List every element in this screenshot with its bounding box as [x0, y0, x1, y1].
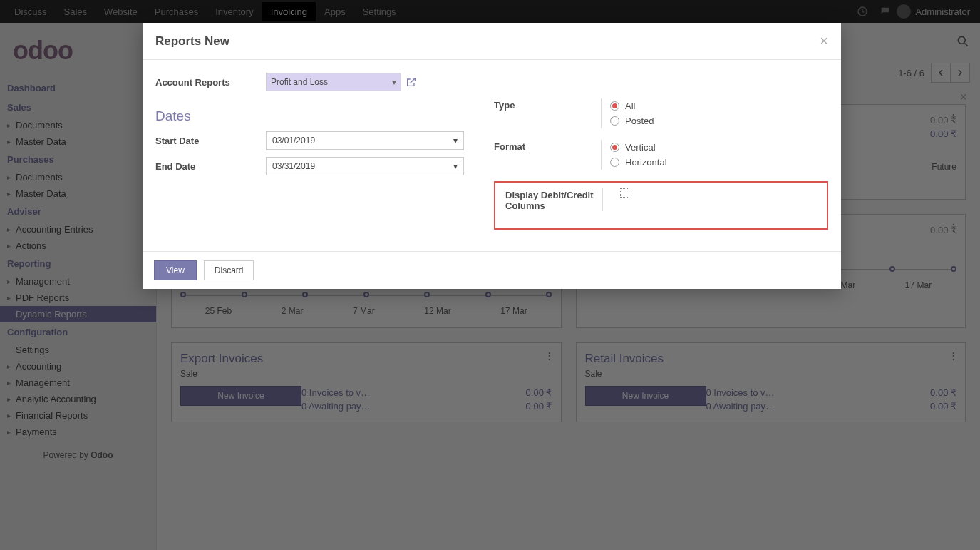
display-dc-label: Display Debit/Credit Columns: [495, 188, 602, 211]
display-dc-checkbox[interactable]: [620, 188, 629, 198]
type-posted-radio[interactable]: [610, 116, 619, 126]
format-horizontal-radio[interactable]: [610, 158, 619, 167]
chevron-down-icon: ▾: [453, 136, 458, 146]
modal-title: Reports New: [155, 34, 229, 49]
chevron-down-icon: ▾: [392, 77, 396, 87]
display-dc-highlight: Display Debit/Credit Columns: [494, 181, 828, 230]
chevron-down-icon: ▾: [453, 161, 458, 171]
format-vertical-radio[interactable]: [610, 143, 619, 152]
start-date-input[interactable]: 03/01/2019▾: [266, 131, 464, 150]
account-reports-label: Account Reports: [155, 77, 266, 88]
end-date-label: End Date: [155, 161, 266, 172]
view-button[interactable]: View: [154, 260, 197, 280]
format-label: Format: [494, 140, 601, 170]
reports-new-modal: Reports New × Account Reports Profit and…: [143, 23, 841, 289]
discard-button[interactable]: Discard: [204, 260, 254, 280]
type-all-radio[interactable]: [610, 101, 619, 111]
type-label: Type: [494, 98, 601, 128]
account-reports-select[interactable]: Profit and Loss▾: [266, 73, 401, 91]
end-date-input[interactable]: 03/31/2019▾: [266, 157, 464, 175]
external-link-icon[interactable]: [406, 76, 417, 88]
dates-group-title: Dates: [155, 108, 494, 124]
close-icon[interactable]: ×: [820, 33, 828, 49]
start-date-label: Start Date: [155, 136, 266, 146]
